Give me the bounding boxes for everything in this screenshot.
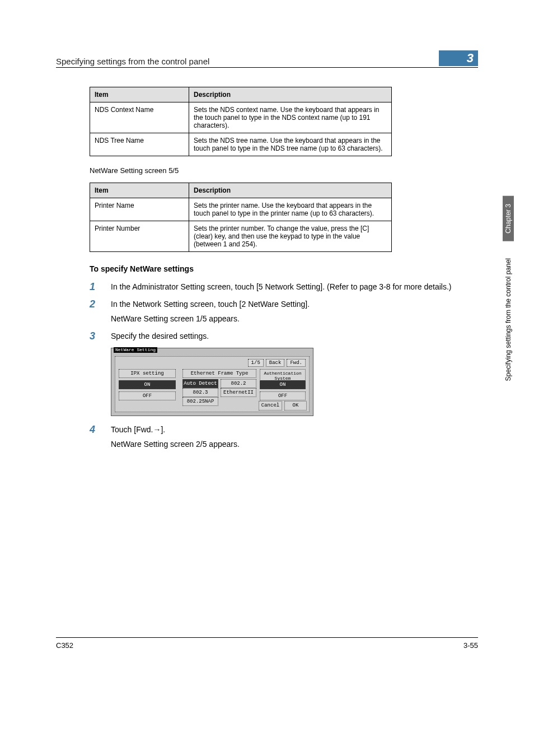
header-rule: [56, 67, 478, 68]
table-header-item: Item: [90, 87, 189, 102]
screenshot-title: NetWare Setting: [114, 347, 157, 353]
step-text: In the Administrator Setting screen, tou…: [111, 281, 478, 293]
auth-on-button[interactable]: ON: [260, 380, 306, 390]
footer-model: C352: [56, 641, 73, 650]
frame-snap-button[interactable]: 802.2SNAP: [182, 397, 218, 407]
cell-desc: Sets the NDS context name. Use the keybo…: [189, 102, 392, 133]
page-indicator: 1/5: [248, 359, 264, 367]
auth-off-button[interactable]: OFF: [260, 391, 306, 401]
ok-button[interactable]: OK: [284, 401, 307, 410]
cell-item: NDS Context Name: [90, 102, 189, 133]
page-footer: C352 3-55: [56, 637, 478, 650]
netware-setting-screenshot: NetWare Setting 1/5 Back Fwd. IPX settin…: [111, 348, 313, 416]
step-2: 2 In the Network Setting screen, touch […: [90, 298, 478, 325]
step-subtext: NetWare Setting screen 1/5 appears.: [111, 313, 478, 324]
ipx-off-button[interactable]: OFF: [119, 391, 176, 401]
step-1: 1 In the Administrator Setting screen, t…: [90, 281, 478, 293]
cell-item: Printer Name: [90, 198, 189, 221]
table-header-desc: Description: [189, 87, 392, 102]
frame-ethernetii-button[interactable]: EthernetII: [221, 388, 256, 398]
chapter-badge: 3: [439, 50, 478, 66]
step-number: 3: [90, 330, 111, 342]
back-button[interactable]: Back: [266, 359, 285, 367]
step-3: 3 Specify the desired settings.: [90, 330, 478, 342]
fwd-button[interactable]: Fwd.: [287, 359, 306, 367]
step-number: 4: [90, 424, 111, 450]
step-text: Specify the desired settings.: [111, 330, 478, 342]
sidebar: Chapter 3 Specifying settings from the c…: [503, 196, 514, 389]
step-4: 4 Touch [Fwd.→]. NetWare Setting screen …: [90, 424, 478, 450]
frame-8022-button[interactable]: 802.2: [221, 379, 256, 389]
sidebar-chapter-tab: Chapter 3: [503, 196, 514, 241]
step-number: 1: [90, 281, 111, 293]
table-header-desc: Description: [189, 183, 392, 198]
table-printer: Item Description Printer Name Sets the p…: [90, 183, 392, 252]
step-number: 2: [90, 298, 111, 325]
step-text: In the Network Setting screen, touch [2 …: [111, 298, 478, 310]
subheading-specify-netware: To specify NetWare settings: [90, 264, 478, 273]
page-header-title: Specifying settings from the control pan…: [56, 57, 439, 66]
table-row: NDS Tree Name Sets the NDS tree name. Us…: [90, 133, 392, 156]
footer-page-number: 3-55: [463, 641, 478, 650]
cell-item: Printer Number: [90, 221, 189, 252]
step-subtext: NetWare Setting screen 2/5 appears.: [111, 438, 478, 450]
cell-item: NDS Tree Name: [90, 133, 189, 156]
netware-5-5-label: NetWare Setting screen 5/5: [90, 166, 478, 175]
table-nds: Item Description NDS Context Name Sets t…: [90, 87, 392, 156]
table-row: Printer Number Sets the printer number. …: [90, 221, 392, 252]
table-row: NDS Context Name Sets the NDS context na…: [90, 102, 392, 133]
cancel-button[interactable]: Cancel: [259, 401, 282, 410]
table-header-item: Item: [90, 183, 189, 198]
table-row: Printer Name Sets the printer name. Use …: [90, 198, 392, 221]
cell-desc: Sets the NDS tree name. Use the keyboard…: [189, 133, 392, 156]
ipx-setting-label: IPX setting: [119, 369, 176, 379]
frame-type-label: Ethernet Frame Type: [182, 369, 256, 379]
ipx-on-button[interactable]: ON: [119, 380, 176, 390]
cell-desc: Sets the printer number. To change the v…: [189, 221, 392, 252]
auto-detect-button[interactable]: Auto Detect: [182, 379, 218, 389]
sidebar-section-tab: Specifying settings from the control pan…: [503, 250, 514, 389]
frame-8023-button[interactable]: 802.3: [182, 388, 218, 398]
cell-desc: Sets the printer name. Use the keyboard …: [189, 198, 392, 221]
step-text: Touch [Fwd.→].: [111, 424, 478, 435]
